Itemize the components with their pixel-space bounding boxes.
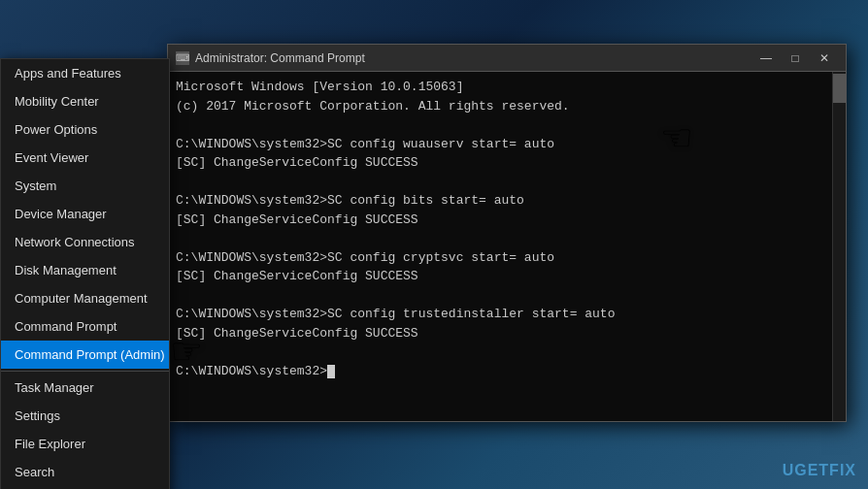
menu-item-apps-and-features[interactable]: Apps and Features xyxy=(1,59,169,87)
maximize-button[interactable]: □ xyxy=(782,49,809,68)
menu-item-event-viewer[interactable]: Event Viewer xyxy=(1,144,169,172)
menu-item-disk-management[interactable]: Disk Management xyxy=(1,256,169,284)
close-button[interactable]: ✕ xyxy=(811,49,838,68)
menu-item-file-explorer[interactable]: File Explorer xyxy=(1,430,169,458)
cmd-scrollbar[interactable] xyxy=(832,72,846,421)
menu-item-power-options[interactable]: Power Options xyxy=(1,115,169,144)
desktop: Apps and FeaturesMobility CenterPower Op… xyxy=(0,0,868,489)
menu-item-network-connections[interactable]: Network Connections xyxy=(1,228,169,256)
menu-item-search[interactable]: Search xyxy=(1,458,169,486)
menu-item-computer-management[interactable]: Computer Management xyxy=(1,284,169,312)
menu-item-mobility-center[interactable]: Mobility Center xyxy=(1,87,169,115)
cmd-output: Microsoft Windows [Version 10.0.15063] (… xyxy=(176,78,838,380)
cmd-titlebar: ⌨ Administrator: Command Prompt — □ ✕ xyxy=(168,45,846,72)
menu-item-command-prompt[interactable]: Command Prompt xyxy=(1,312,169,341)
minimize-button[interactable]: — xyxy=(752,49,780,68)
menu-item-task-manager[interactable]: Task Manager xyxy=(1,374,169,402)
cmd-icon: ⌨ xyxy=(176,51,189,65)
menu-divider xyxy=(1,371,169,372)
context-menu: Apps and FeaturesMobility CenterPower Op… xyxy=(0,58,170,489)
cmd-window: ⌨ Administrator: Command Prompt — □ ✕ Mi… xyxy=(167,44,847,422)
scrollbar-thumb[interactable] xyxy=(833,74,846,103)
watermark: UGETFIX xyxy=(783,462,856,479)
menu-item-command-prompt-admin[interactable]: Command Prompt (Admin) xyxy=(1,341,169,369)
menu-item-settings[interactable]: Settings xyxy=(1,402,169,430)
cmd-title: Administrator: Command Prompt xyxy=(195,51,752,65)
cmd-cursor xyxy=(327,365,335,378)
menu-item-system[interactable]: System xyxy=(1,172,169,200)
cmd-body: Microsoft Windows [Version 10.0.15063] (… xyxy=(168,72,846,421)
titlebar-controls: — □ ✕ xyxy=(752,49,838,68)
watermark-suffix: ETFIX xyxy=(808,462,856,478)
watermark-prefix: UG xyxy=(783,462,808,478)
menu-item-device-manager[interactable]: Device Manager xyxy=(1,200,169,228)
